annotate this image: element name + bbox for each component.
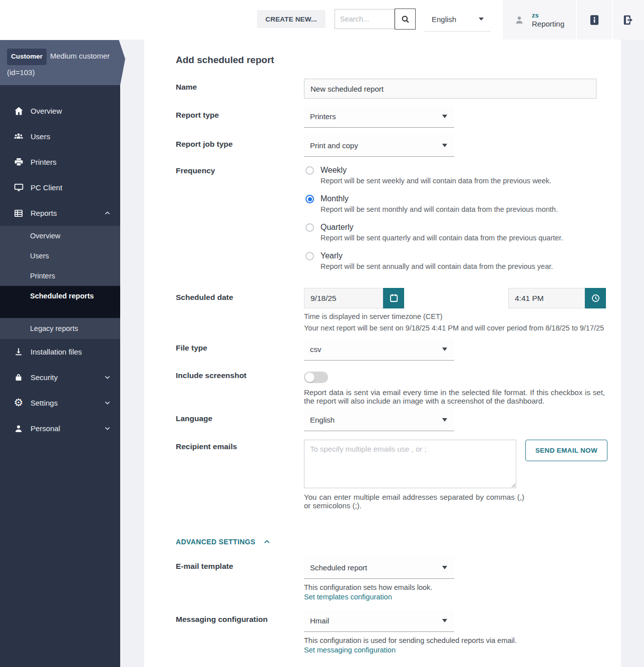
report-job-type-label: Report job type	[176, 135, 304, 157]
submenu-item-scheduled-reports[interactable]: Scheduled reports	[0, 286, 120, 318]
monitor-icon	[13, 182, 24, 193]
logout-icon	[622, 14, 635, 27]
frequency-option-description: Report will be sent weekly and will cont…	[320, 176, 551, 186]
email-template-row: E-mail template Scheduled report This co…	[176, 557, 621, 601]
chevron-up-icon	[104, 209, 111, 217]
sidebar-item-installation-files[interactable]: Installation files	[0, 339, 120, 365]
search-button[interactable]	[395, 9, 416, 30]
date-input[interactable]	[304, 288, 383, 308]
report-job-type-row: Report job type Print and copy	[176, 135, 621, 157]
next-report-note: Your next report will be sent on 9/18/25…	[304, 323, 621, 333]
sidebar-item-label: Reports	[31, 209, 104, 217]
send-email-now-button[interactable]: SEND EMAIL NOW	[525, 440, 607, 461]
manual-book-icon	[588, 14, 601, 27]
calendar-picker-button[interactable]	[383, 288, 404, 308]
frequency-row: Frequency Weekly Report will be sent wee…	[176, 165, 621, 279]
user-initials: zs	[532, 12, 564, 19]
radio-unselected-icon[interactable]	[305, 166, 314, 175]
customer-context-banner[interactable]: CustomerMedium customer (id=103)	[0, 40, 125, 85]
name-input[interactable]	[304, 79, 596, 99]
sidebar-item-settings[interactable]: Settings	[0, 390, 120, 416]
submenu-item-label: Overview	[30, 232, 60, 240]
sidebar-item-users[interactable]: Users	[0, 124, 120, 149]
submenu-item-overview[interactable]: Overview	[0, 226, 120, 246]
sidebar-item-label: Installation files	[31, 348, 111, 356]
main-content: Add scheduled report Name Report type Pr…	[144, 40, 621, 667]
include-screenshot-description: Report data is sent via email every time…	[304, 388, 605, 406]
person-icon	[13, 423, 24, 434]
customer-name: Medium customer	[50, 52, 110, 60]
caret-down-icon	[442, 144, 447, 147]
set-templates-configuration-link[interactable]: Set templates configuration	[304, 593, 621, 601]
frequency-option-label: Weekly	[320, 165, 551, 175]
email-template-select[interactable]: Scheduled report	[304, 557, 454, 579]
user-menu[interactable]: zs Reporting	[503, 0, 576, 40]
clock-icon	[590, 293, 601, 303]
printer-icon	[13, 157, 24, 168]
time-picker-button[interactable]	[585, 288, 606, 308]
frequency-option-description: Report will be sent quarterly and will c…	[320, 233, 563, 243]
file-type-label: File type	[176, 339, 304, 361]
user-avatar-icon	[514, 15, 525, 26]
include-screenshot-row: Include screenshot Report data is sent v…	[176, 369, 621, 406]
help-manual-button[interactable]	[577, 0, 612, 40]
search-icon	[401, 15, 410, 24]
chevron-down-icon	[104, 374, 111, 381]
frequency-label: Frequency	[176, 165, 304, 279]
messaging-configuration-value: Hmail	[310, 616, 442, 625]
frequency-option-quarterly[interactable]: Quarterly Report will be sent quarterly …	[304, 222, 621, 243]
radio-unselected-icon[interactable]	[305, 252, 314, 260]
language-dropdown[interactable]: English	[425, 7, 491, 32]
include-screenshot-toggle[interactable]	[304, 372, 328, 383]
submenu-item-users[interactable]: Users	[0, 246, 120, 266]
submenu-item-label: Legacy reports	[30, 324, 78, 332]
sidebar-item-personal[interactable]: Personal	[0, 416, 120, 441]
include-screenshot-label: Include screenshot	[176, 369, 304, 406]
search-input[interactable]	[335, 9, 395, 29]
recipient-emails-textarea[interactable]	[304, 440, 516, 488]
frequency-option-label: Quarterly	[320, 222, 563, 232]
language-dropdown-value: English	[432, 15, 479, 24]
sidebar-item-overview[interactable]: Overview	[0, 98, 120, 124]
frequency-option-description: Report will be sent annually and will co…	[320, 261, 553, 271]
caret-down-icon	[442, 619, 447, 622]
time-input[interactable]	[508, 288, 585, 308]
frequency-option-monthly[interactable]: Monthly Report will be sent monthly and …	[304, 194, 621, 214]
messaging-configuration-select[interactable]: Hmail	[304, 610, 454, 632]
radio-selected-icon[interactable]	[305, 195, 314, 203]
report-type-select[interactable]: Printers	[304, 106, 454, 128]
sidebar-item-reports[interactable]: Reports	[0, 200, 120, 226]
frequency-option-description: Report will be sent monthly and will con…	[320, 204, 558, 214]
name-row: Name	[176, 79, 621, 99]
user-role-label: Reporting	[532, 20, 564, 28]
report-language-value: English	[310, 416, 442, 424]
submenu-item-label: Users	[30, 252, 49, 260]
caret-down-icon	[442, 115, 447, 118]
frequency-option-weekly[interactable]: Weekly Report will be sent weekly and wi…	[304, 165, 621, 186]
advanced-settings-toggle[interactable]: ADVANCED SETTINGS	[176, 538, 621, 546]
users-icon	[13, 131, 24, 142]
file-type-value: csv	[310, 345, 442, 354]
radio-unselected-icon[interactable]	[305, 223, 314, 232]
submenu-item-printers[interactable]: Printers	[0, 266, 120, 286]
recipient-emails-label: Recipient emails	[176, 440, 304, 510]
messaging-configuration-label: Messaging configuration	[176, 610, 304, 654]
report-language-select[interactable]: English	[304, 409, 454, 431]
create-new-button[interactable]: CREATE NEW...	[257, 10, 326, 28]
scheduled-date-label: Scheduled date	[176, 288, 304, 333]
set-messaging-configuration-link[interactable]: Set messaging configuration	[304, 646, 621, 654]
caret-down-icon	[479, 18, 484, 21]
file-type-select[interactable]: csv	[304, 339, 454, 361]
sidebar-item-printers[interactable]: Printers	[0, 149, 120, 175]
frequency-option-yearly[interactable]: Yearly Report will be sent annually and …	[304, 251, 621, 271]
caret-down-icon	[442, 348, 447, 351]
report-type-value: Printers	[310, 112, 442, 121]
submenu-item-legacy-reports[interactable]: Legacy reports	[0, 318, 120, 339]
gear-icon	[13, 398, 24, 409]
lock-icon	[13, 372, 24, 383]
sidebar-item-pc-client[interactable]: PC Client	[0, 175, 120, 200]
sidebar-item-security[interactable]: Security	[0, 365, 120, 390]
email-template-value: Scheduled report	[310, 563, 442, 572]
logout-button[interactable]	[613, 0, 644, 40]
report-job-type-select[interactable]: Print and copy	[304, 135, 454, 157]
